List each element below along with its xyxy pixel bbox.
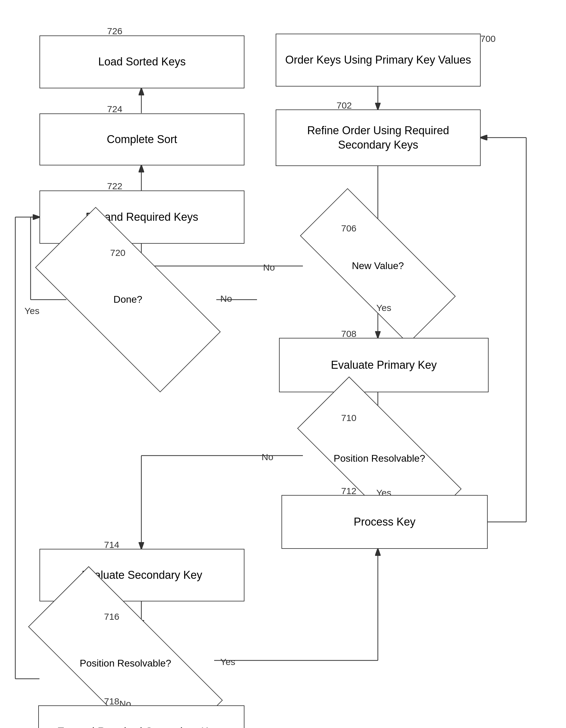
label-722: 722 — [107, 181, 122, 191]
label-726: 726 — [107, 26, 122, 36]
position-resolvable-716-diamond: Position Resolvable? — [31, 621, 220, 706]
expand-required-secondary-keys-box: Expand Required Secondary Keys — [38, 705, 244, 728]
order-keys-label: Order Keys Using Primary Key Values — [285, 53, 471, 67]
label-700: 700 — [480, 34, 496, 44]
diagram: Load Sorted Keys 726 Complete Sort 724 E… — [0, 0, 566, 728]
label-702: 702 — [337, 100, 352, 111]
label-716: 716 — [104, 612, 119, 622]
label-712: 712 — [341, 486, 357, 496]
label-708: 708 — [341, 329, 357, 339]
load-sorted-keys-label: Load Sorted Keys — [98, 55, 186, 69]
load-sorted-keys-box: Load Sorted Keys — [39, 35, 244, 88]
pos-res-710-label: Position Resolvable? — [334, 452, 425, 465]
no-710-label: No — [261, 452, 273, 462]
refine-order-box: Refine Order Using Required Secondary Ke… — [275, 109, 481, 166]
label-724: 724 — [107, 104, 122, 114]
label-714: 714 — [104, 540, 119, 550]
expand-req-sec-keys-label: Expand Required Secondary Keys — [57, 725, 225, 728]
new-value-label: New Value? — [352, 260, 404, 272]
no-done-label: No — [220, 294, 232, 304]
complete-sort-label: Complete Sort — [107, 132, 177, 147]
position-resolvable-710-diamond: Position Resolvable? — [300, 422, 459, 495]
evaluate-primary-key-box: Evaluate Primary Key — [279, 338, 489, 392]
yes-new-value-label: Yes — [376, 303, 391, 313]
process-key-box: Process Key — [281, 495, 488, 549]
evaluate-primary-key-label: Evaluate Primary Key — [331, 358, 437, 372]
yes-done-label: Yes — [24, 306, 39, 316]
order-keys-box: Order Keys Using Primary Key Values — [275, 34, 481, 87]
label-706: 706 — [341, 223, 357, 234]
label-710: 710 — [341, 413, 357, 423]
complete-sort-box: Complete Sort — [39, 113, 244, 165]
refine-order-label: Refine Order Using Required Secondary Ke… — [279, 124, 477, 152]
no-new-value-label: No — [263, 262, 275, 273]
done-label: Done? — [113, 293, 142, 306]
pos-res-716-label: Position Resolvable? — [80, 657, 171, 670]
process-key-label: Process Key — [354, 515, 416, 529]
yes-716-label: Yes — [220, 657, 235, 667]
label-720: 720 — [110, 248, 125, 258]
new-value-diamond: New Value? — [302, 232, 454, 300]
done-diamond: Done? — [39, 257, 216, 342]
label-718: 718 — [104, 696, 119, 707]
